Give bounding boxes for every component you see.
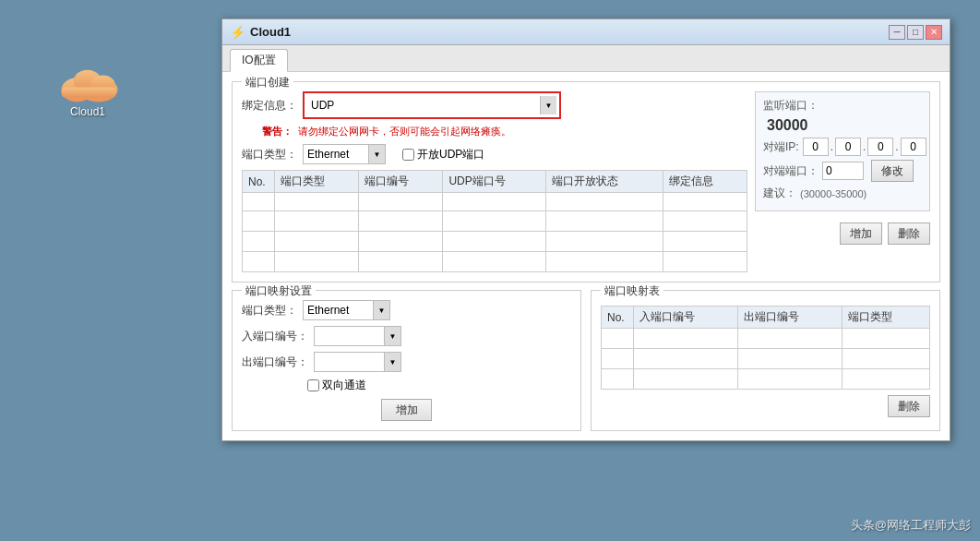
restore-button[interactable]: □	[907, 25, 924, 40]
map-add-btn-row: 增加	[242, 399, 571, 421]
listen-port-row: 监听端口：	[763, 98, 922, 114]
warning-label: 警告：	[242, 125, 293, 138]
ip-part-2[interactable]	[835, 138, 861, 156]
tab-bar: IO配置	[222, 45, 950, 72]
in-port-select[interactable]	[315, 327, 384, 345]
bind-info-row: 绑定信息： UDP TCP ▼	[242, 91, 747, 119]
bind-info-select[interactable]: UDP TCP	[307, 96, 540, 114]
tab-io-config[interactable]: IO配置	[230, 49, 288, 72]
minimize-button[interactable]: ─	[889, 25, 905, 40]
ip-part-1[interactable]	[803, 138, 829, 156]
port-map-table-title: 端口映射表	[601, 283, 663, 299]
map-col-in: 入端口编号	[634, 307, 738, 329]
svg-rect-4	[62, 88, 116, 98]
desktop-area: Cloud1	[55, 55, 120, 118]
port-type-select[interactable]: Ethernet Serial	[304, 145, 368, 163]
ip-dot-2: .	[862, 140, 866, 153]
bind-info-label: 绑定信息：	[242, 98, 297, 114]
port-creation-section: 端口创建 绑定信息： UDP TCP ▼	[232, 81, 940, 283]
add-port-button[interactable]: 增加	[840, 222, 882, 245]
udp-checkbox[interactable]	[402, 149, 414, 161]
ip-dot-1: .	[830, 140, 834, 153]
table-row	[243, 232, 747, 252]
opposite-ip-label: 对端IP:	[763, 139, 799, 155]
col-type: 端口类型	[275, 171, 359, 193]
side-controls: 监听端口： 30000 对端IP: . . .	[755, 91, 930, 272]
bidirectional-checkbox[interactable]	[307, 379, 319, 391]
map-table: No. 入端口编号 出端口编号 端口类型	[601, 306, 930, 390]
suggest-value: (30000-35000)	[800, 188, 866, 199]
map-port-type-label: 端口类型：	[242, 303, 297, 319]
bottom-section: 端口映射设置 端口类型： Ethernet Serial ▼ 入端口编号：	[232, 290, 940, 431]
udp-checkbox-label[interactable]: 开放UDP端口	[402, 147, 484, 162]
in-port-row: 入端口编号： ▼	[242, 326, 571, 346]
map-port-type-select-wrapper: Ethernet Serial ▼	[303, 300, 390, 320]
map-col-type: 端口类型	[843, 307, 930, 329]
port-table: No. 端口类型 端口编号 UDP端口号 端口开放状态 绑定信息	[242, 170, 747, 272]
title-buttons: ─ □ ✕	[889, 25, 942, 40]
out-port-select[interactable]	[315, 353, 384, 371]
suggest-row: 建议： (30000-35000)	[763, 186, 922, 201]
col-no: No.	[243, 171, 275, 193]
bidirectional-row: 双向通道	[242, 378, 571, 393]
map-port-type-dropdown[interactable]: ▼	[373, 301, 389, 319]
bidirectional-label[interactable]: 双向通道	[307, 378, 366, 393]
opposite-port-input[interactable]	[822, 162, 864, 180]
out-port-select-wrapper: ▼	[314, 352, 401, 372]
in-port-dropdown[interactable]: ▼	[384, 327, 400, 345]
table-row	[243, 193, 747, 211]
warning-row: 警告： 请勿绑定公网网卡，否则可能会引起网络瘫痪。	[242, 125, 747, 138]
out-port-row: 出端口编号： ▼	[242, 352, 571, 372]
close-button[interactable]: ✕	[926, 25, 942, 40]
table-row	[243, 252, 747, 272]
ip-dot-3: .	[894, 140, 899, 153]
opposite-ip-row: 对端IP: . . .	[763, 138, 922, 156]
title-bar-left: ⚡ Cloud1	[230, 25, 291, 40]
watermark: 头条@网络工程师大彭	[851, 517, 971, 534]
port-creation-inner: 绑定信息： UDP TCP ▼ 警告： 请勿绑定公网网卡，否则可能会引起网络瘫痪	[242, 91, 930, 272]
map-add-button[interactable]: 增加	[381, 399, 432, 421]
window-icon: ⚡	[230, 25, 245, 40]
col-udp: UDP端口号	[443, 171, 545, 193]
ip-part-4[interactable]	[901, 138, 926, 156]
opposite-port-label: 对端端口：	[763, 163, 819, 179]
out-port-label: 出端口编号：	[242, 355, 308, 370]
col-bind: 绑定信息	[663, 171, 747, 193]
main-window: ⚡ Cloud1 ─ □ ✕ IO配置 端口创建 绑定信息：	[221, 18, 950, 441]
ip-input-group: . . .	[803, 138, 926, 156]
window-title: Cloud1	[250, 25, 291, 39]
port-map-settings-section: 端口映射设置 端口类型： Ethernet Serial ▼ 入端口编号：	[232, 290, 581, 431]
col-state: 端口开放状态	[545, 171, 663, 193]
listen-port-label: 监听端口：	[763, 98, 819, 114]
map-table-row	[602, 329, 930, 349]
title-bar: ⚡ Cloud1 ─ □ ✕	[222, 19, 950, 45]
map-col-out: 出端口编号	[738, 307, 843, 329]
out-port-dropdown[interactable]: ▼	[384, 353, 400, 371]
map-delete-btn-row: 删除	[601, 395, 930, 417]
in-port-select-wrapper: ▼	[314, 326, 401, 346]
map-col-no: No.	[602, 307, 634, 329]
port-type-select-wrapper: Ethernet Serial ▼	[303, 144, 386, 164]
window-content: 端口创建 绑定信息： UDP TCP ▼	[222, 72, 950, 440]
listen-port-value: 30000	[767, 117, 922, 134]
add-delete-buttons: 增加 删除	[755, 222, 930, 245]
port-map-table-section: 端口映射表 No. 入端口编号 出端口编号 端口类型	[591, 290, 940, 431]
warning-text: 请勿绑定公网网卡，否则可能会引起网络瘫痪。	[298, 125, 511, 138]
bind-info-dropdown-icon[interactable]: ▼	[540, 96, 556, 114]
in-port-label: 入端口编号：	[242, 329, 308, 344]
bidirectional-text: 双向通道	[322, 378, 366, 393]
port-type-row: 端口类型： Ethernet Serial ▼ 开放UDP端口	[242, 144, 747, 164]
suggest-label: 建议：	[763, 186, 796, 201]
port-type-label: 端口类型：	[242, 147, 297, 162]
modify-button[interactable]: 修改	[871, 160, 914, 182]
ip-part-3[interactable]	[867, 138, 893, 156]
col-num: 端口编号	[359, 171, 443, 193]
map-port-type-select[interactable]: Ethernet Serial	[304, 301, 373, 319]
cloud-icon	[55, 55, 120, 102]
opposite-port-row: 对端端口： 修改	[763, 160, 922, 182]
port-map-settings-title: 端口映射设置	[242, 283, 316, 299]
listen-block: 监听端口： 30000 对端IP: . . .	[755, 91, 930, 211]
delete-port-button[interactable]: 删除	[888, 222, 930, 245]
port-type-dropdown-icon[interactable]: ▼	[368, 145, 385, 163]
map-delete-button[interactable]: 删除	[888, 395, 930, 417]
